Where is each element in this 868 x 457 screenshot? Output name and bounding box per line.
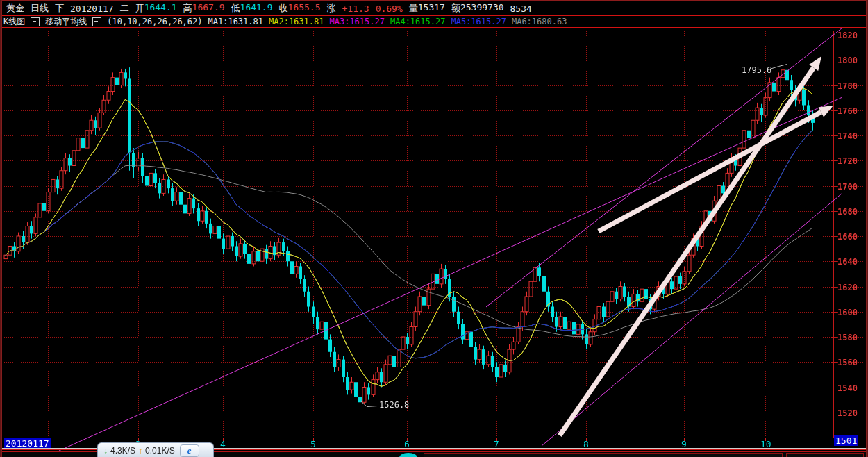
page-hint: 下 <box>55 2 64 15</box>
ma5-value: MA5:1615.27 <box>451 17 506 26</box>
close-value: 1655.5 <box>288 2 321 15</box>
download-speed: 4.3K/S <box>110 446 135 456</box>
indicator-bar: K线图 移动平均线 (10,10,26,26,26,62) MA1:1631.8… <box>2 16 867 27</box>
amount-value: 25399730 <box>460 2 504 15</box>
amount-extra: 8534 <box>510 3 532 14</box>
ma2-value: MA2:1631.81 <box>269 17 324 26</box>
trading-app-window: 黄金 日线 下 20120117 二 开1644.1 高1667.9 低1641… <box>0 0 868 457</box>
network-speed-widget[interactable]: ↓ 4.3K/S ↑ 0.01K/S e <box>97 442 214 457</box>
collapse-toggle-icon[interactable] <box>31 17 40 26</box>
toggle-dash-icon <box>94 21 98 22</box>
ma1-value: MA1:1631.81 <box>208 17 263 26</box>
scale-min-badge: 1501 <box>834 435 858 446</box>
candlestick-price-chart-canvas[interactable] <box>0 0 868 457</box>
high-label: 高 <box>183 2 192 15</box>
low-label: 低 <box>231 2 240 15</box>
instrument-name[interactable]: 黄金 <box>6 2 24 15</box>
period-label[interactable]: 日线 <box>31 2 49 15</box>
ma-indicator-label[interactable]: 移动平均线 <box>45 16 87 28</box>
ma-params: (10,10,26,26,26,62) <box>107 17 202 26</box>
window-border-left <box>0 0 2 457</box>
volume-label: 量 <box>409 2 418 15</box>
ma4-value: MA4:1615.27 <box>390 17 445 26</box>
collapse-toggle-icon[interactable] <box>92 17 101 26</box>
upload-arrow-icon: ↑ <box>138 446 142 456</box>
selected-date-badge: 20120117 <box>4 438 51 449</box>
low-value: 1641.9 <box>240 2 273 15</box>
amount-label: 额 <box>451 2 460 15</box>
separator-line <box>0 27 868 28</box>
upload-speed: 0.01K/S <box>145 446 175 456</box>
ie-browser-icon[interactable]: e <box>180 444 199 457</box>
change-value: +11.3 <box>342 3 369 14</box>
chart-type-label[interactable]: K线图 <box>3 16 25 28</box>
close-label: 收 <box>279 2 288 15</box>
weekday: 二 <box>120 2 129 15</box>
status-box <box>786 453 864 457</box>
open-label: 开 <box>135 2 144 15</box>
quote-date: 20120117 <box>70 3 114 14</box>
window-border-top <box>0 0 868 1</box>
open-value: 1644.1 <box>144 2 177 15</box>
change-label: 涨 <box>327 2 336 15</box>
ma3-value: MA3:1615.27 <box>329 17 384 26</box>
toggle-dash-icon <box>33 21 36 22</box>
high-value: 1667.9 <box>192 2 225 15</box>
download-arrow-icon: ↓ <box>103 446 108 456</box>
ma6-value: MA6:1680.63 <box>512 17 567 26</box>
quote-info-bar: 黄金 日线 下 20120117 二 开1644.1 高1667.9 低1641… <box>2 1 868 15</box>
status-box <box>424 453 783 457</box>
clock-icon <box>399 453 417 457</box>
change-percent: 0.69% <box>376 3 403 14</box>
volume-value: 15317 <box>418 2 445 15</box>
